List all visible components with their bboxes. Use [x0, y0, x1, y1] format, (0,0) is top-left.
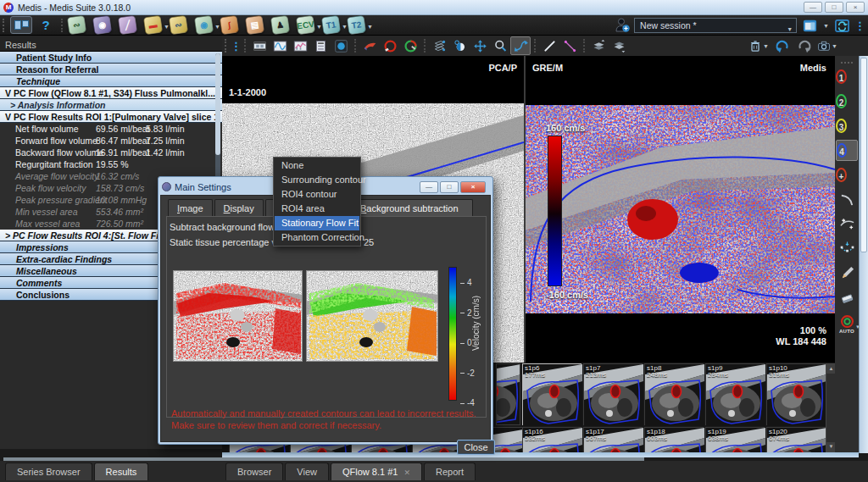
flow-curve-icon[interactable]: [270, 36, 290, 55]
minimize-button[interactable]: —: [804, 2, 822, 13]
thumbnail[interactable]: s1p20674ms: [766, 427, 826, 453]
delete-icon[interactable]: ▼: [748, 36, 769, 55]
roi-detect-icon[interactable]: [400, 36, 420, 55]
menu-item[interactable]: ROI4 contour: [275, 187, 359, 202]
stack-forward-icon[interactable]: [588, 36, 609, 55]
results-row[interactable]: Reason for Referral: [0, 64, 222, 75]
add-roi-button[interactable]: +: [836, 164, 858, 186]
dialog-tab[interactable]: Image: [168, 199, 213, 216]
dropdown-arrow-icon[interactable]: ▼: [832, 43, 837, 49]
dropdown-arrow-icon[interactable]: ▼: [367, 24, 373, 30]
static-tissue-value[interactable]: 25: [364, 237, 374, 247]
app-t2-icon[interactable]: T2 ▼: [346, 15, 371, 35]
zoom-icon[interactable]: [490, 36, 510, 55]
marker-tool-icon[interactable]: [359, 36, 380, 55]
measure-line-icon[interactable]: [559, 36, 580, 55]
medis-suite-home-button[interactable]: [10, 16, 32, 34]
menu-item[interactable]: Stationary Flow Fit: [275, 216, 359, 230]
roi-1-button[interactable]: 1: [836, 66, 858, 87]
tab-qflow[interactable]: QFlow 8.1 #1✕: [331, 463, 422, 480]
menu-item[interactable]: Phantom Correction: [275, 230, 359, 245]
roi-circle-icon[interactable]: [380, 36, 400, 55]
thumbnail[interactable]: s1p16532ms: [522, 427, 581, 453]
thumbnail[interactable]: s1p10319ms: [766, 363, 826, 425]
app-qmass-icon[interactable]: ∾: [66, 15, 92, 35]
maximize-button[interactable]: □: [825, 2, 843, 13]
panel-resize-handle[interactable]: [3, 457, 644, 461]
menu-item[interactable]: None: [275, 158, 359, 173]
close-button[interactable]: ×: [846, 2, 865, 13]
close-button[interactable]: Close: [457, 440, 495, 455]
main-scrollbar[interactable]: [859, 56, 868, 453]
app-qtavi-icon[interactable]: ╱: [117, 15, 142, 35]
thumbnail[interactable]: s1p17567ms: [583, 427, 643, 453]
undo-icon[interactable]: [771, 36, 792, 55]
app-qir-icon[interactable]: ʃ: [219, 15, 244, 35]
result-chart-icon[interactable]: [290, 36, 310, 55]
results-row[interactable]: Forward flow volume 86.47 ml/beat 7.25 l…: [0, 135, 222, 147]
roi-2-button[interactable]: 2: [836, 91, 858, 112]
toolbar-grip[interactable]: [3, 19, 6, 32]
unpin-tab-icon[interactable]: ✕: [403, 468, 410, 477]
save-session-button[interactable]: [800, 17, 819, 34]
menu-item[interactable]: Surrounding contour: [275, 173, 359, 187]
tab-report[interactable]: Report: [424, 463, 476, 480]
results-row[interactable]: V PC Flow Results ROI 1:[Pulmonary Valve…: [0, 111, 222, 123]
dialog-tab[interactable]: Background subtraction: [346, 199, 473, 216]
dialog-close-button[interactable]: ×: [460, 181, 486, 193]
roi-4-button[interactable]: 4: [836, 140, 858, 161]
session-selector[interactable]: New session * ▼: [634, 18, 797, 33]
app-qflow4d-icon[interactable]: ◉ ▼: [193, 15, 219, 35]
report-list-icon[interactable]: [310, 36, 331, 55]
thumbnail[interactable]: s1p8248ms: [644, 363, 704, 425]
help-button[interactable]: ?: [37, 18, 54, 32]
contour-detect-button[interactable]: [836, 238, 858, 259]
thumbnail[interactable]: s1p18603ms: [644, 427, 704, 453]
arc-tool-button[interactable]: [836, 189, 858, 210]
results-row[interactable]: V PC Flow (QFlow 8.1 #1, S34) Fluss Pulm…: [0, 87, 222, 99]
restore-session-button[interactable]: [832, 17, 851, 34]
roi-3-button[interactable]: 3: [836, 115, 858, 136]
results-row[interactable]: Regurgitant fraction 19.55 %: [0, 158, 222, 170]
tab-browser[interactable]: Browser: [225, 463, 283, 480]
results-row[interactable]: > Analysis Information: [0, 99, 222, 111]
dropdown-arrow-icon[interactable]: ▼: [823, 23, 829, 29]
app-3dview-icon[interactable]: ♟: [270, 15, 295, 35]
draw-line-icon[interactable]: [539, 36, 559, 55]
window-level-icon[interactable]: [449, 36, 470, 55]
app-qangio-icon[interactable]: ▬ ▼: [142, 15, 168, 35]
redo-icon[interactable]: [794, 36, 815, 55]
dialog-minimize-button[interactable]: —: [420, 181, 438, 193]
more-menu-icon[interactable]: ⋮: [854, 19, 865, 32]
snapshot-icon[interactable]: ▼: [817, 36, 837, 55]
toolbar-menu-icon[interactable]: ⋮: [231, 40, 241, 53]
film-strip-icon[interactable]: [249, 36, 270, 55]
curve-edit-button[interactable]: [836, 213, 858, 235]
thumbnail[interactable]: s1p6177ms: [522, 363, 581, 425]
app-qflow-icon[interactable]: ∾: [168, 15, 193, 35]
thumbnail-partial[interactable]: [496, 363, 520, 425]
draw-contour-button[interactable]: [836, 263, 858, 284]
tab-view[interactable]: View: [285, 463, 329, 480]
dropdown-arrow-icon[interactable]: ▼: [763, 43, 769, 49]
viewport-icon[interactable]: [331, 36, 351, 55]
auto-contour-button[interactable]: AUTO ▼: [836, 312, 858, 333]
results-row[interactable]: Patient Study Info: [0, 52, 222, 64]
edit-curve-icon[interactable]: [510, 36, 531, 55]
viewport-velocity-map[interactable]: GRE/M Medis 160 cm/s -160 cm/s Area: 644…: [526, 56, 835, 363]
results-row[interactable]: Net flow volume 69.56 ml/beat 5.83 l/min: [0, 123, 222, 135]
pan-icon[interactable]: [470, 36, 490, 55]
dialog-tab[interactable]: Display: [214, 199, 264, 216]
app-t1-icon[interactable]: T1 ▼: [320, 15, 346, 35]
app-ecv-icon[interactable]: ECV ▼: [295, 15, 320, 35]
sync-layers-icon[interactable]: [429, 36, 449, 55]
results-row[interactable]: Backward flow volume 16.91 ml/beat 1.42 …: [0, 147, 222, 158]
thumbnail[interactable]: s1p7213ms: [583, 363, 643, 425]
thumbnail[interactable]: s1p9284ms: [705, 363, 765, 425]
thumbnail[interactable]: s1p19638ms: [705, 427, 765, 453]
stack-back-icon[interactable]: [609, 36, 629, 55]
tab-results[interactable]: Results: [94, 463, 149, 480]
tab-series-browser[interactable]: Series Browser: [5, 463, 92, 480]
dialog-maximize-button[interactable]: □: [440, 181, 459, 193]
erase-contour-button[interactable]: [836, 287, 858, 308]
